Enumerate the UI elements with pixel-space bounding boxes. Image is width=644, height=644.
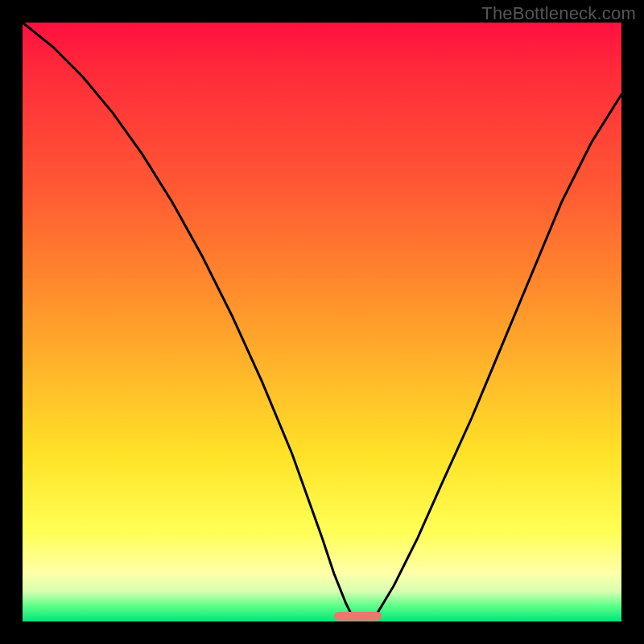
watermark-text: TheBottleneck.com: [481, 3, 636, 24]
chart-frame: TheBottleneck.com: [0, 0, 644, 644]
curve-right-branch: [376, 94, 621, 615]
bottom-marker: [334, 612, 382, 621]
plot-area: [23, 23, 621, 621]
curve-left-branch: [23, 23, 352, 616]
bottleneck-curve: [23, 23, 621, 621]
